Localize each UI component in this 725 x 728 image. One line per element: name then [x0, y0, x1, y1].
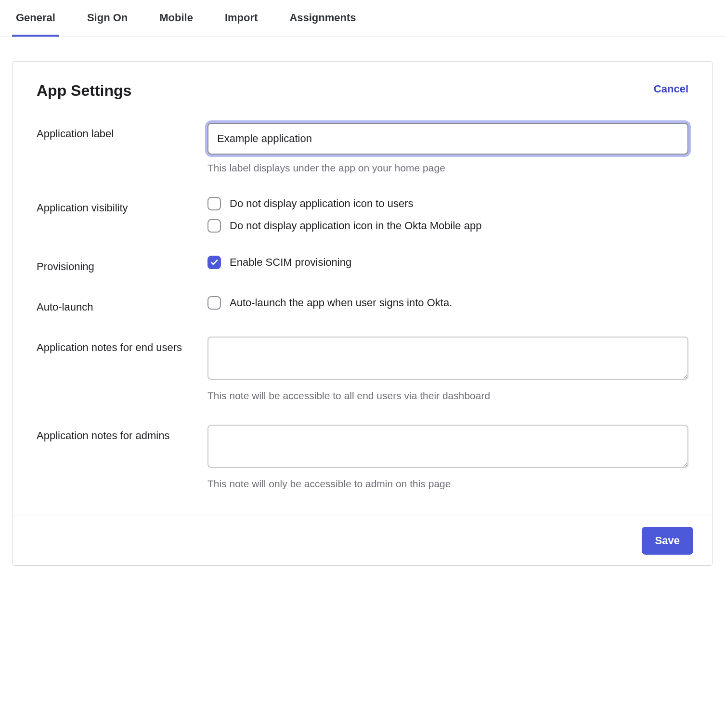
panel-footer: Save	[13, 516, 712, 565]
checkbox-label-scim: Enable SCIM provisioning	[230, 256, 351, 269]
row-provisioning: Provisioning Enable SCIM provisioning	[37, 256, 688, 273]
checkbox-label-hide-mobile: Do not display application icon in the O…	[230, 220, 481, 232]
panel-header: App Settings Cancel	[13, 62, 712, 123]
row-application-visibility: Application visibility Do not display ap…	[37, 197, 688, 233]
checkbox-line-auto-launch: Auto-launch the app when user signs into…	[207, 296, 688, 310]
label-auto-launch: Auto-launch	[37, 296, 207, 313]
save-button[interactable]: Save	[642, 527, 693, 555]
checkbox-hide-users[interactable]	[207, 197, 221, 210]
notes-end-users-textarea[interactable]	[207, 337, 688, 380]
help-notes-admins: This note will only be accessible to adm…	[207, 478, 688, 490]
tab-general[interactable]: General	[12, 0, 59, 37]
checkbox-line-scim: Enable SCIM provisioning	[207, 256, 688, 269]
tabs-bar: General Sign On Mobile Import Assignment…	[0, 0, 725, 37]
row-notes-admins: Application notes for admins This note w…	[37, 425, 688, 490]
checkbox-label-hide-users: Do not display application icon to users	[230, 197, 414, 210]
row-auto-launch: Auto-launch Auto-launch the app when use…	[37, 296, 688, 313]
row-notes-end-users: Application notes for end users This not…	[37, 337, 688, 402]
application-label-input[interactable]	[207, 123, 688, 155]
checkbox-scim[interactable]	[207, 256, 221, 269]
tab-assignments[interactable]: Assignments	[285, 0, 360, 37]
label-provisioning: Provisioning	[37, 256, 207, 273]
checkbox-auto-launch[interactable]	[207, 296, 221, 310]
checkbox-hide-mobile[interactable]	[207, 219, 221, 233]
checkbox-label-auto-launch: Auto-launch the app when user signs into…	[230, 297, 452, 309]
app-settings-panel: App Settings Cancel Application label Th…	[12, 61, 713, 566]
checkbox-line-hide-users: Do not display application icon to users	[207, 197, 688, 210]
panel-title: App Settings	[37, 82, 131, 100]
help-application-label: This label displays under the app on you…	[207, 162, 688, 174]
cancel-button[interactable]: Cancel	[654, 82, 688, 95]
label-notes-admins: Application notes for admins	[37, 425, 207, 442]
tab-sign-on[interactable]: Sign On	[83, 0, 131, 37]
notes-admins-textarea[interactable]	[207, 425, 688, 468]
tab-mobile[interactable]: Mobile	[155, 0, 197, 37]
tab-import[interactable]: Import	[221, 0, 261, 37]
form-body: Application label This label displays un…	[13, 123, 712, 516]
label-notes-end-users: Application notes for end users	[37, 337, 207, 354]
checkbox-line-hide-mobile: Do not display application icon in the O…	[207, 219, 688, 233]
help-notes-end-users: This note will be accessible to all end …	[207, 390, 688, 402]
row-application-label: Application label This label displays un…	[37, 123, 688, 174]
label-application-visibility: Application visibility	[37, 197, 207, 214]
label-application-label: Application label	[37, 123, 207, 140]
